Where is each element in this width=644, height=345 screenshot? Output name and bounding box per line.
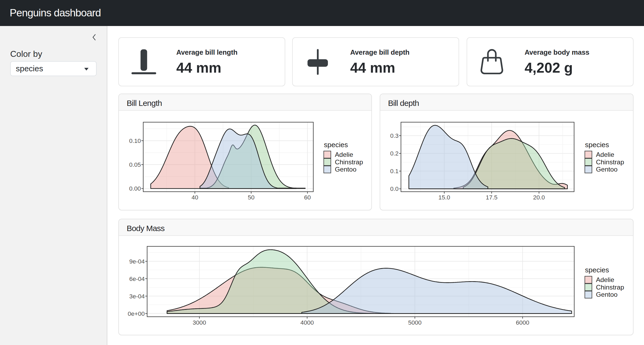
svg-text:17.5: 17.5: [486, 194, 497, 201]
svg-text:Chinstrap: Chinstrap: [596, 158, 624, 166]
svg-text:3e-04: 3e-04: [129, 293, 145, 300]
svg-text:0.05: 0.05: [129, 161, 141, 168]
svg-text:Gentoo: Gentoo: [596, 291, 617, 298]
svg-text:0.0: 0.0: [390, 186, 398, 192]
svg-text:0.3: 0.3: [390, 132, 398, 139]
svg-text:0.2: 0.2: [390, 150, 398, 157]
svg-text:Adelie: Adelie: [596, 276, 614, 283]
svg-text:40: 40: [192, 194, 198, 201]
svg-text:Gentoo: Gentoo: [335, 166, 356, 173]
svg-text:Gentoo: Gentoo: [596, 166, 617, 173]
svg-text:3000: 3000: [193, 319, 206, 326]
svg-text:9e-04: 9e-04: [129, 258, 145, 265]
svg-text:6000: 6000: [516, 319, 529, 326]
svg-text:species: species: [585, 266, 609, 274]
svg-text:0e+00: 0e+00: [128, 310, 145, 317]
svg-text:Chinstrap: Chinstrap: [335, 158, 363, 166]
svg-text:Adelie: Adelie: [335, 151, 353, 158]
svg-text:4000: 4000: [301, 319, 314, 326]
svg-text:0.10: 0.10: [129, 138, 141, 144]
svg-text:Adelie: Adelie: [596, 151, 614, 158]
svg-text:60: 60: [304, 194, 311, 201]
svg-text:0.1: 0.1: [390, 168, 398, 175]
svg-text:20.0: 20.0: [533, 194, 545, 201]
svg-text:15.0: 15.0: [438, 194, 450, 201]
svg-text:species: species: [585, 141, 609, 149]
svg-text:species: species: [324, 141, 348, 149]
svg-text:50: 50: [248, 194, 254, 201]
svg-text:Chinstrap: Chinstrap: [596, 284, 624, 291]
svg-text:6e-04: 6e-04: [129, 276, 145, 282]
svg-text:5000: 5000: [408, 319, 422, 326]
svg-text:0.00: 0.00: [129, 185, 141, 192]
